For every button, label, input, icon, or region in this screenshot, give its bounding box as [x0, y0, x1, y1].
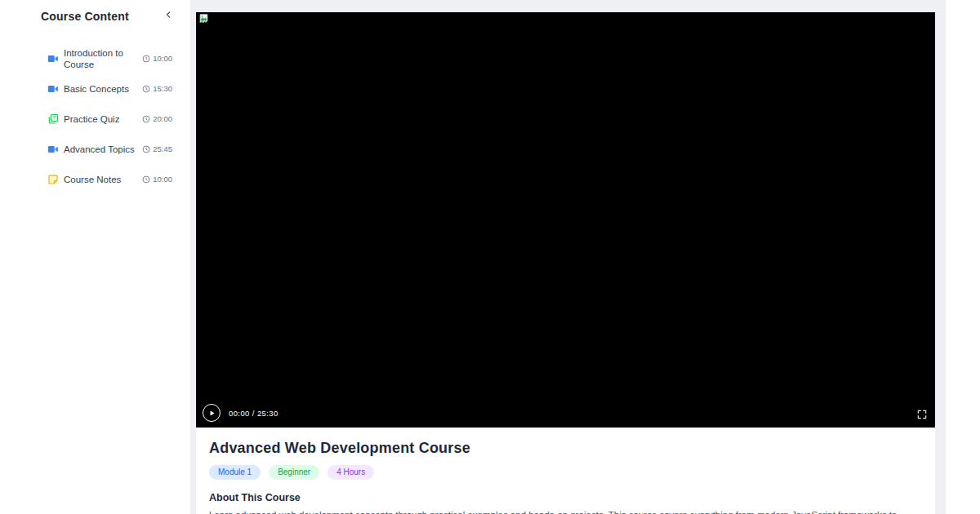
play-button[interactable]	[203, 404, 220, 422]
lesson-label: Practice Quiz	[64, 113, 142, 125]
notes-icon	[47, 174, 59, 185]
collapse-sidebar-button[interactable]	[162, 8, 175, 24]
course-title: Advanced Web Development Course	[209, 440, 922, 457]
lesson-item-video[interactable]: Basic Concepts15:30	[47, 73, 172, 104]
main-area: 00:00 / 25:30 Advanced Web Development C…	[190, 0, 946, 514]
lesson-duration: 25:45	[142, 144, 172, 153]
course-info-panel: Advanced Web Development Course Module 1…	[196, 428, 935, 514]
broken-image-icon	[198, 13, 209, 28]
chevron-left-icon	[163, 10, 173, 22]
duration-text: 10:00	[153, 175, 172, 184]
lesson-label: Basic Concepts	[64, 83, 142, 95]
about-heading: About This Course	[209, 492, 922, 503]
lesson-label: Advanced Topics	[64, 144, 142, 155]
sidebar-header: Course Content	[0, 0, 190, 32]
video-icon	[47, 144, 59, 155]
clock-icon	[142, 85, 150, 93]
video-controls: 00:00 / 25:30	[203, 404, 278, 422]
sidebar-title: Course Content	[41, 10, 129, 23]
video-icon	[47, 53, 59, 64]
badge: Module 1	[209, 465, 261, 480]
fullscreen-icon	[916, 409, 928, 420]
video-icon	[47, 83, 59, 95]
clock-icon	[142, 55, 150, 63]
time-display: 00:00 / 25:30	[229, 409, 278, 418]
course-app: Course Content Introduction to Course10:…	[0, 0, 980, 514]
course-content-sidebar: Course Content Introduction to Course10:…	[0, 0, 190, 514]
fullscreen-button[interactable]	[916, 409, 928, 420]
about-text: Learn advanced web development concepts …	[209, 509, 922, 514]
lesson-label: Course Notes	[64, 174, 142, 185]
play-icon	[208, 410, 216, 417]
duration-text: 10:00	[153, 54, 172, 63]
lesson-item-quiz[interactable]: ?Practice Quiz20:00	[47, 104, 172, 134]
duration-text: 20:00	[153, 114, 172, 123]
lesson-item-notes[interactable]: Course Notes10:00	[47, 164, 172, 194]
quiz-icon: ?	[47, 113, 59, 125]
badge: 4 Hours	[327, 465, 374, 480]
badge: Beginner	[269, 465, 319, 480]
duration-text: 15:30	[153, 84, 172, 93]
lesson-list: Introduction to Course10:00Basic Concept…	[0, 32, 190, 194]
clock-icon	[142, 175, 150, 184]
lesson-item-video[interactable]: Introduction to Course10:00	[47, 43, 172, 73]
lesson-duration: 10:00	[142, 54, 172, 63]
clock-icon	[142, 145, 150, 153]
lesson-label: Introduction to Course	[64, 47, 142, 70]
lesson-item-video[interactable]: Advanced Topics25:45	[47, 134, 172, 164]
badge-row: Module 1Beginner4 Hours	[209, 465, 922, 480]
video-player[interactable]: 00:00 / 25:30	[196, 12, 935, 428]
duration-text: 25:45	[153, 144, 172, 153]
clock-icon	[142, 115, 150, 123]
lesson-duration: 15:30	[142, 84, 172, 93]
lesson-duration: 10:00	[142, 175, 172, 184]
svg-text:?: ?	[53, 115, 56, 120]
lesson-duration: 20:00	[142, 114, 172, 123]
